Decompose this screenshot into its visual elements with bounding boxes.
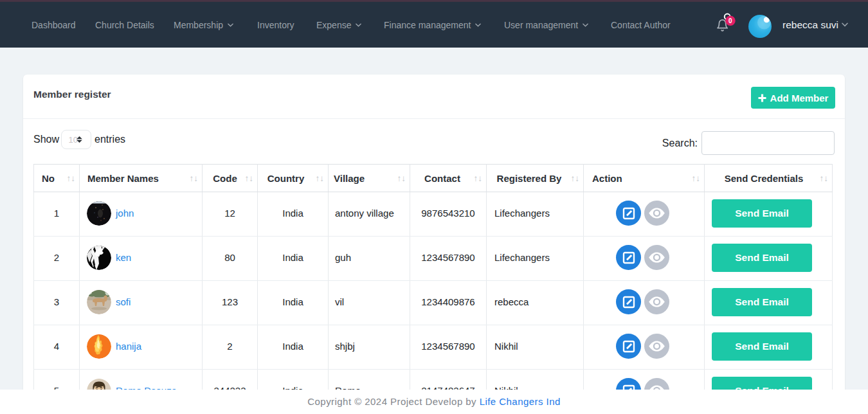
svg-text:0: 0: [728, 17, 732, 24]
